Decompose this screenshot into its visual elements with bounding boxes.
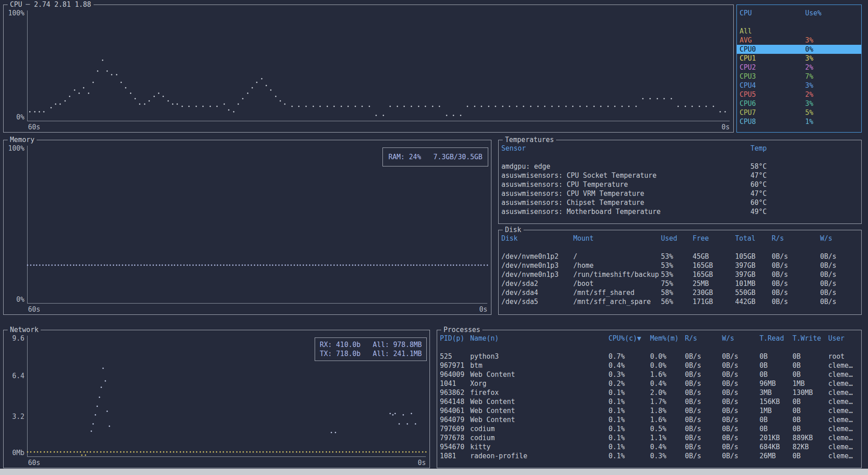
network-panel[interactable]: Network 9.6 6.4 3.2 0Mb 60s 0s RX: 410.0… xyxy=(3,330,430,468)
process-user: cleme… xyxy=(828,388,859,397)
process-user: cleme… xyxy=(828,361,859,370)
processes-header-write-rate[interactable]: W/s xyxy=(722,334,760,343)
cpu-x-right-label: 0s xyxy=(722,123,730,131)
sensor-name: asuswmisensors: CPU Temperature xyxy=(501,180,750,189)
disk-row[interactable]: /dev/sda4 /mnt/sff_shared 58% 230GB 550G… xyxy=(501,288,859,297)
processes-header-user[interactable]: User xyxy=(828,334,859,343)
cpu-legend-row[interactable]: CPU6 3% xyxy=(737,99,861,108)
disk-panel[interactable]: Disk Disk Mount Used Free Total R/s W/s … xyxy=(498,230,862,315)
memory-usage-chart[interactable] xyxy=(27,146,487,304)
temperature-row[interactable]: asuswmisensors: Motherboard Temperature … xyxy=(501,207,859,216)
network-chart-y-axis: 9.6 6.4 3.2 0Mb xyxy=(6,336,27,457)
sensor-name: asuswmisensors: CPU VRM Temperature xyxy=(501,189,750,198)
process-total-write: 0B xyxy=(793,415,828,424)
process-row[interactable]: 1081 radeon-profile 0.1% 0.3% 0B/s 0B/s … xyxy=(440,451,859,461)
cpu-legend-spacer xyxy=(737,18,861,27)
process-name: Web Content xyxy=(470,415,609,424)
process-total-write: 0B xyxy=(793,370,828,379)
network-y-upper-label: 6.4 xyxy=(12,372,24,380)
cpu-core-usage: 5% xyxy=(805,108,859,117)
disk-header-disk: Disk xyxy=(501,234,573,243)
cpu-load-average: 2.74 2.81 1.88 xyxy=(26,0,91,9)
processes-header-total-read[interactable]: T.Read xyxy=(760,334,793,343)
temperature-row[interactable]: asuswmisensors: Chipset Temperature 60°C xyxy=(501,198,859,207)
process-row[interactable]: 525 python3 0.7% 0.0% 0B/s 0B/s 0B 0B ro… xyxy=(440,352,859,361)
process-row[interactable]: 964079 Web Content 0.1% 1.6% 0B/s 0B/s 0… xyxy=(440,415,859,424)
cpu-legend-row[interactable]: CPU2 2% xyxy=(737,63,861,72)
disk-row[interactable]: /dev/nvme0n1p3 /run/timeshift/backup 53%… xyxy=(501,270,859,279)
process-read-rate: 0B/s xyxy=(685,379,722,388)
process-total-read: 0B xyxy=(760,415,793,424)
process-row[interactable]: 964009 Web Content 0.3% 1.6% 0B/s 0B/s 0… xyxy=(440,370,859,379)
disk-mount: /home xyxy=(573,261,661,270)
process-cpu: 0.1% xyxy=(609,397,650,406)
process-row[interactable]: 963862 firefox 0.1% 2.0% 0B/s 0B/s 3MB 1… xyxy=(440,388,859,397)
process-cpu: 0.1% xyxy=(609,388,650,397)
disk-rows: /dev/nvme0n1p2 / 53% 45GB 105GB 0B/s 0B/… xyxy=(501,252,859,306)
process-user: cleme… xyxy=(828,424,859,433)
processes-header-cpu-sort[interactable]: CPU%(c)▼ xyxy=(609,334,650,343)
memory-chart-y-axis: 100% 0% xyxy=(6,146,27,304)
disk-write-rate: 0B/s xyxy=(820,261,859,270)
temperature-row[interactable]: asuswmisensors: CPU Socket Temperature 4… xyxy=(501,171,859,180)
cpu-legend-row[interactable]: CPU7 5% xyxy=(737,108,861,117)
process-pid: 964009 xyxy=(440,370,470,379)
cpu-legend-row[interactable]: AVG 3% xyxy=(737,36,861,45)
temperature-row[interactable]: asuswmisensors: CPU VRM Temperature 47°C xyxy=(501,189,859,198)
temperatures-panel[interactable]: Temperatures Sensor Temp amdgpu: edge 58… xyxy=(498,140,862,224)
process-mem: 0.3% xyxy=(650,451,685,461)
disk-device: /dev/nvme0n1p2 xyxy=(501,252,573,261)
process-user: cleme… xyxy=(828,433,859,442)
cpu-legend-row[interactable]: CPU8 1% xyxy=(737,117,861,126)
network-panel-title-label: Network xyxy=(10,325,38,334)
cpu-legend-row[interactable]: CPU0 0% xyxy=(737,45,861,54)
disk-free: 165GB xyxy=(693,270,735,279)
process-row[interactable]: 964061 Web Content 0.1% 1.8% 0B/s 0B/s 1… xyxy=(440,406,859,415)
process-row[interactable]: 954670 kitty 0.1% 0.4% 0B/s 0B/s 684KB 8… xyxy=(440,442,859,451)
cpu-panel-title: CPU 2.74 2.81 1.88 xyxy=(8,0,94,9)
disk-total: 105GB xyxy=(735,252,772,261)
process-cpu: 0.1% xyxy=(609,406,650,415)
process-row[interactable]: 1041 Xorg 0.2% 0.4% 0B/s 0B/s 96MB 1MB c… xyxy=(440,379,859,388)
processes-panel[interactable]: Processes PID(p) Name(n) CPU%(c)▼ Mem%(m… xyxy=(437,330,862,468)
process-row[interactable]: 964148 Web Content 0.1% 1.7% 0B/s 0B/s 1… xyxy=(440,397,859,406)
memory-x-left-label: 60s xyxy=(28,305,40,314)
cpu-core-usage: 3% xyxy=(805,36,859,45)
process-user: cleme… xyxy=(828,379,859,388)
disk-row[interactable]: /dev/nvme0n1p2 / 53% 45GB 105GB 0B/s 0B/… xyxy=(501,252,859,261)
cpu-usage-chart[interactable] xyxy=(27,10,730,121)
process-row[interactable]: 967971 btm 0.4% 0.0% 0B/s 0B/s 0B 0B cle… xyxy=(440,361,859,370)
processes-header-mem[interactable]: Mem%(m) xyxy=(650,334,685,343)
disk-read-rate: 0B/s xyxy=(772,252,820,261)
disk-read-rate: 0B/s xyxy=(772,288,820,297)
process-name: Web Content xyxy=(470,397,609,406)
process-name: Xorg xyxy=(470,379,609,388)
disk-row[interactable]: /dev/nvme0n1p3 /home 53% 165GB 397GB 0B/… xyxy=(501,261,859,270)
processes-header-name[interactable]: Name(n) xyxy=(470,334,609,343)
cpu-legend-row[interactable]: CPU5 2% xyxy=(737,90,861,99)
disk-row[interactable]: /dev/sda5 /mnt/sff_arch_spare 56% 171GB … xyxy=(501,297,859,306)
temperature-row[interactable]: amdgpu: edge 58°C xyxy=(501,162,859,171)
temperature-row[interactable]: asuswmisensors: CPU Temperature 60°C xyxy=(501,180,859,189)
cpu-legend-row[interactable]: CPU1 3% xyxy=(737,54,861,63)
ram-usage-legend: RAM: 24% 7.3GB/30.5GB xyxy=(388,152,482,162)
cpu-legend-row[interactable]: CPU4 3% xyxy=(737,81,861,90)
processes-header-read-rate[interactable]: R/s xyxy=(685,334,722,343)
memory-panel[interactable]: Memory 100% 0% 60s 0s RAM: 24% 7.3GB/30.… xyxy=(3,140,491,315)
disk-row[interactable]: /dev/sda2 /boot 75% 25MB 101MB 0B/s 0B/s xyxy=(501,279,859,288)
cpu-panel[interactable]: CPU 2.74 2.81 1.88 100% 0% 60s 0s xyxy=(3,5,734,133)
process-row[interactable]: 797678 codium 0.1% 1.1% 0B/s 0B/s 201KB … xyxy=(440,433,859,442)
process-total-write: 889KB xyxy=(793,433,828,442)
cpu-legend-panel[interactable]: CPU Use% All AVG 3% CPU0 0% xyxy=(736,5,862,133)
processes-header-total-write[interactable]: T.Write xyxy=(793,334,828,343)
process-name: Web Content xyxy=(470,370,609,379)
cpu-chart-y-axis: 100% 0% xyxy=(6,10,27,121)
cpu-legend-row[interactable]: CPU3 7% xyxy=(737,72,861,81)
process-row[interactable]: 797609 codium 0.1% 0.5% 0B/s 0B/s 0B 0B … xyxy=(440,424,859,433)
process-read-rate: 0B/s xyxy=(685,388,722,397)
process-user: cleme… xyxy=(828,442,859,451)
network-x-left-label: 60s xyxy=(28,459,40,467)
cpu-legend-row[interactable]: All xyxy=(737,27,861,36)
cpu-core-name: CPU1 xyxy=(740,54,805,63)
processes-header-pid[interactable]: PID(p) xyxy=(440,334,470,343)
